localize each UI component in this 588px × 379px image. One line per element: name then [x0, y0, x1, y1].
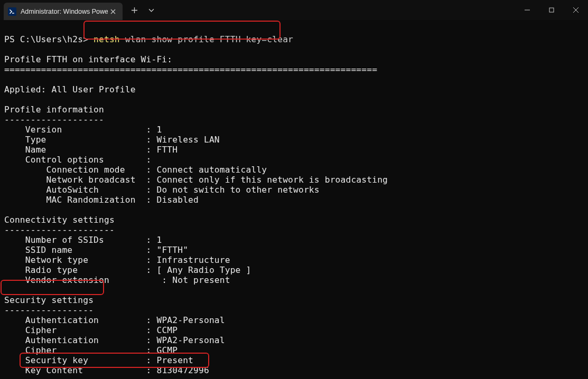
- applied-line: Applied: All User Profile: [4, 84, 136, 94]
- output-row: Radio type : [ Any Radio Type ]: [4, 265, 251, 275]
- connectivity-heading: Connectivity settings: [4, 215, 115, 225]
- divider: ========================================…: [4, 64, 377, 74]
- svg-rect-0: [549, 8, 554, 12]
- output-row: Network broadcast : Connect only if this…: [4, 175, 388, 185]
- output-row: Vendor extension : Not present: [4, 275, 230, 285]
- command-args: wlan show profile FTTH key=clear: [125, 34, 293, 44]
- window-controls: [515, 0, 588, 20]
- output-row: Version : 1: [4, 125, 162, 135]
- prompt: PS C:\Users\h2s>: [4, 34, 94, 44]
- output-row: Cipher : CCMP: [4, 325, 178, 335]
- profile-header: Profile FTTH on interface Wi-Fi:: [4, 54, 172, 64]
- tab-close-button[interactable]: [109, 7, 117, 16]
- close-window-button[interactable]: [564, 0, 588, 20]
- output-row: Key Content : 8130472996: [4, 365, 209, 375]
- command-executable: netsh: [94, 34, 120, 44]
- output-row: MAC Randomization : Disabled: [4, 195, 199, 205]
- powershell-icon: [8, 7, 16, 16]
- output-row: Cipher : GCMP: [4, 345, 178, 355]
- new-tab-button[interactable]: [126, 2, 143, 18]
- security-heading: Security settings: [4, 295, 94, 305]
- output-row: SSID name : "FTTH": [4, 245, 188, 255]
- minimize-button[interactable]: [515, 0, 539, 20]
- output-row: Security key : Present: [4, 355, 193, 365]
- output-row: Authentication : WPA2-Personal: [4, 315, 225, 325]
- output-row: Number of SSIDs : 1: [4, 235, 162, 245]
- profile-info-heading: Profile information: [4, 105, 104, 115]
- output-row: AutoSwitch : Do not switch to other netw…: [4, 185, 320, 195]
- window-titlebar: Administrator: Windows PowerS: [0, 0, 588, 20]
- output-row: Type : Wireless LAN: [4, 135, 220, 145]
- security-underline: -----------------: [4, 305, 94, 315]
- output-row: Authentication : WPA2-Personal: [4, 335, 225, 345]
- output-row: Network type : Infrastructure: [4, 255, 230, 265]
- tab-title: Administrator: Windows PowerS: [21, 8, 108, 15]
- terminal-output[interactable]: PS C:\Users\h2s> netsh wlan show profile…: [0, 20, 588, 375]
- output-row: Control options :: [4, 155, 151, 165]
- terminal-tab[interactable]: Administrator: Windows PowerS: [4, 3, 123, 20]
- profile-info-underline: -------------------: [4, 115, 104, 125]
- output-row: Name : FTTH: [4, 145, 178, 155]
- output-row: Connection mode : Connect automatically: [4, 165, 267, 175]
- maximize-button[interactable]: [539, 0, 564, 20]
- tab-dropdown-button[interactable]: [143, 2, 160, 18]
- connectivity-underline: ---------------------: [4, 225, 115, 235]
